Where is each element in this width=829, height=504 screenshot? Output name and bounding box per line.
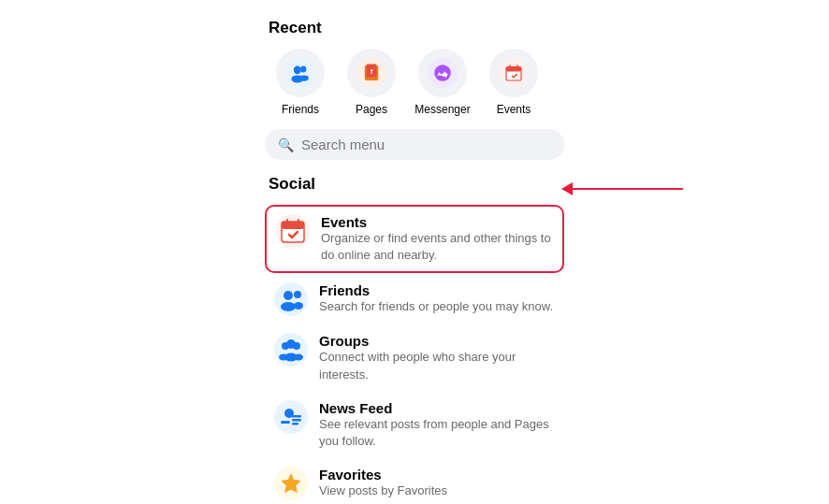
groups-item-desc: Connect with people who share your inter… (319, 349, 555, 382)
friends-menu-icon-wrap (274, 282, 308, 316)
svg-point-4 (299, 75, 309, 80)
svg-rect-13 (506, 67, 521, 72)
recent-pages-label: Pages (356, 103, 387, 116)
messenger-icon (418, 49, 467, 97)
friends-text-block: Friends Search for friends or people you… (319, 282, 553, 315)
svg-point-23 (294, 302, 303, 310)
svg-point-22 (294, 291, 301, 298)
svg-point-1 (294, 65, 301, 74)
svg-rect-33 (292, 419, 301, 422)
events-menu-icon-wrap (276, 214, 310, 248)
main-container: Recent Friends (265, 9, 564, 504)
svg-point-21 (281, 302, 296, 311)
groups-menu-icon-wrap (274, 333, 308, 367)
newsfeed-svg-icon (278, 404, 304, 430)
menu-item-newsfeed[interactable]: News Feed See relevant posts from people… (265, 393, 564, 457)
favorites-text-block: Favorites View posts by Favorites (319, 467, 447, 499)
newsfeed-item-desc: See relevant posts from people and Pages… (319, 416, 555, 450)
recent-section: Recent Friends (265, 19, 564, 116)
svg-point-2 (300, 65, 306, 72)
recent-title: Recent (265, 19, 564, 37)
groups-text-block: Groups Connect with people who share you… (319, 333, 555, 382)
svg-text:f: f (371, 67, 373, 76)
svg-point-29 (294, 354, 303, 361)
svg-point-10 (434, 65, 451, 81)
social-title: Social (265, 175, 564, 194)
favorites-item-desc: View posts by Favorites (319, 482, 447, 499)
friends-item-title: Friends (319, 282, 553, 298)
social-section: Social Events Organize or find events an… (265, 175, 564, 504)
search-icon: 🔍 (278, 137, 294, 152)
groups-svg-icon (278, 337, 304, 363)
events-svg-icon (280, 218, 306, 244)
svg-rect-32 (292, 415, 301, 418)
menu-item-friends[interactable]: Friends Search for friends or people you… (265, 275, 564, 324)
recent-item-friends[interactable]: Friends (269, 49, 332, 116)
newsfeed-text-block: News Feed See relevant posts from people… (319, 400, 555, 450)
svg-rect-34 (292, 423, 298, 425)
events-item-title: Events (321, 214, 553, 230)
recent-icons-row: Friends f Pages (265, 49, 564, 116)
events-item-desc: Organize or find events and other things… (321, 230, 553, 264)
newsfeed-item-title: News Feed (319, 400, 555, 416)
recent-events-label: Events (497, 103, 531, 116)
events-text-block: Events Organize or find events and other… (321, 214, 553, 264)
search-bar[interactable]: 🔍 (265, 129, 564, 160)
events-recent-icon (489, 49, 538, 97)
favorites-svg-icon (278, 470, 304, 497)
friends-icon (276, 49, 325, 97)
favorites-item-title: Favorites (319, 467, 447, 482)
menu-item-events[interactable]: Events Organize or find events and other… (265, 205, 564, 273)
recent-friends-label: Friends (282, 103, 319, 116)
svg-marker-35 (282, 474, 300, 493)
recent-messenger-label: Messenger (414, 103, 470, 116)
highlight-arrow (561, 182, 683, 195)
svg-point-28 (279, 354, 288, 361)
menu-item-favorites[interactable]: Favorites View posts by Favorites (265, 459, 564, 504)
arrow-line (571, 188, 683, 190)
recent-item-events[interactable]: Events (482, 49, 545, 116)
friends-svg-icon (278, 286, 304, 312)
svg-rect-31 (281, 421, 290, 424)
recent-item-pages[interactable]: f Pages (340, 49, 403, 116)
groups-item-title: Groups (319, 333, 555, 349)
svg-rect-17 (282, 222, 304, 229)
pages-icon: f (347, 49, 396, 97)
menu-item-groups[interactable]: Groups Connect with people who share you… (265, 325, 564, 390)
svg-point-20 (284, 291, 293, 300)
newsfeed-menu-icon-wrap (274, 400, 308, 434)
recent-item-messenger[interactable]: Messenger (411, 49, 474, 116)
search-input[interactable] (301, 137, 551, 152)
menu-list: Events Organize or find events and other… (265, 205, 564, 504)
svg-point-0 (285, 58, 315, 88)
friends-item-desc: Search for friends or people you may kno… (319, 298, 553, 315)
favorites-menu-icon-wrap (274, 467, 308, 500)
svg-point-26 (286, 339, 296, 349)
